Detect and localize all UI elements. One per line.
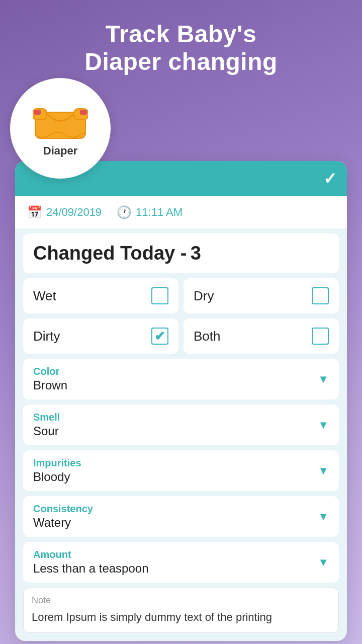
changed-today-row: Changed Today - 3 — [23, 233, 339, 273]
checkbox-dirty-box[interactable]: ✔ — [151, 328, 168, 345]
time-display: 🕐 11:11 AM — [117, 205, 183, 219]
checkbox-wet-label: Wet — [33, 288, 56, 304]
smell-content: Smell Sour — [33, 412, 60, 438]
consistency-field-label: Consistency — [33, 503, 93, 515]
checkbox-wet[interactable]: Wet — [23, 278, 178, 313]
smell-value: Sour — [33, 424, 60, 438]
checkbox-dirty[interactable]: Dirty ✔ — [23, 318, 178, 354]
clock-icon: 🕐 — [117, 205, 132, 219]
checkbox-dry-box[interactable] — [312, 287, 329, 304]
confirm-icon[interactable]: ✓ — [323, 169, 337, 188]
checkboxes-grid: Wet Dry Dirty ✔ Both — [23, 278, 339, 354]
smell-field-label: Smell — [33, 412, 60, 423]
diaper-icon-circle: Diaper — [10, 78, 111, 179]
checkbox-dirty-label: Dirty — [33, 329, 60, 344]
checkmark-icon: ✔ — [154, 330, 165, 343]
note-text[interactable]: Lorem Ipsum is simply dummy text of the … — [32, 609, 330, 625]
color-field-label: Color — [33, 366, 67, 377]
checkbox-both-label: Both — [194, 329, 221, 344]
smell-dropdown[interactable]: Smell Sour ▼ — [23, 405, 339, 445]
smell-arrow-icon: ▼ — [318, 419, 329, 432]
amount-content: Amount Less than a teaspoon — [33, 549, 149, 576]
consistency-arrow-icon: ▼ — [318, 510, 329, 523]
amount-value: Less than a teaspoon — [33, 561, 149, 576]
impurities-content: Impurities Bloody — [33, 457, 81, 484]
impurities-arrow-icon: ▼ — [318, 464, 329, 477]
amount-field-label: Amount — [33, 549, 149, 560]
date-value: 24/09/2019 — [46, 206, 102, 219]
calendar-icon: 📅 — [27, 205, 42, 219]
color-arrow-icon: ▼ — [318, 373, 329, 386]
checkbox-both-box[interactable] — [312, 328, 329, 345]
impurities-field-label: Impurities — [33, 457, 81, 469]
checkbox-both[interactable]: Both — [184, 318, 339, 354]
note-container[interactable]: Note Lorem Ipsum is simply dummy text of… — [23, 588, 339, 633]
amount-arrow-icon: ▼ — [318, 556, 329, 569]
consistency-content: Consistency Watery — [33, 503, 93, 530]
diaper-illustration — [33, 100, 88, 142]
color-value: Brown — [33, 378, 67, 392]
changed-today-text: Changed Today - 3 — [33, 243, 329, 264]
color-dropdown[interactable]: Color Brown ▼ — [23, 359, 339, 399]
amount-dropdown[interactable]: Amount Less than a teaspoon ▼ — [23, 542, 339, 583]
checkbox-wet-box[interactable] — [151, 287, 168, 304]
page-title: Track Baby's Diaper changing — [84, 20, 278, 75]
date-time-row: 📅 24/09/2019 🕐 11:11 AM — [15, 196, 347, 228]
impurities-value: Bloody — [33, 470, 81, 484]
diaper-label: Diaper — [43, 144, 77, 157]
consistency-dropdown[interactable]: Consistency Watery ▼ — [23, 496, 339, 537]
time-value: 11:11 AM — [136, 206, 183, 219]
svg-rect-3 — [34, 110, 41, 115]
color-content: Color Brown — [33, 366, 67, 392]
date-display: 📅 24/09/2019 — [27, 205, 102, 219]
checkbox-dry[interactable]: Dry — [184, 278, 339, 313]
svg-rect-4 — [80, 110, 87, 115]
consistency-value: Watery — [33, 516, 93, 530]
checkbox-dry-label: Dry — [194, 288, 214, 304]
impurities-dropdown[interactable]: Impurities Bloody ▼ — [23, 450, 339, 491]
main-card: ✓ 📅 24/09/2019 🕐 11:11 AM Changed Today … — [15, 161, 347, 641]
note-label: Note — [32, 595, 330, 606]
